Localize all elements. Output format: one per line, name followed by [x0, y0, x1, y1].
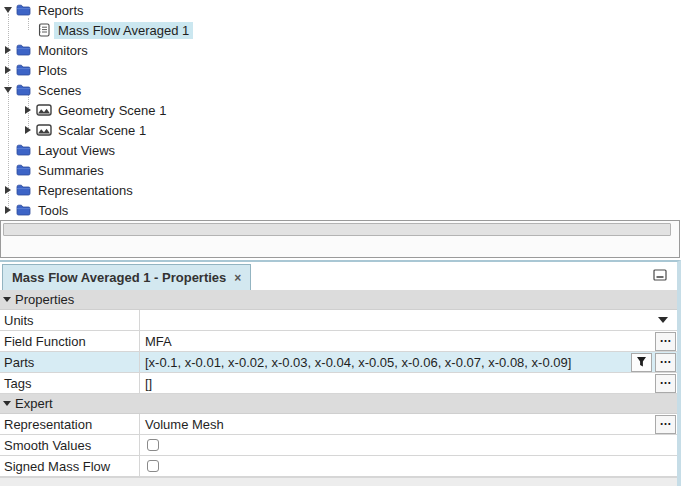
- property-row-representation[interactable]: Representation Volume Mesh …: [0, 414, 677, 435]
- folder-icon: [15, 162, 32, 178]
- expand-toggle-icon[interactable]: [22, 124, 34, 136]
- simulation-tree: Reports Mass Flow Averaged 1 Monitors Pl…: [0, 0, 681, 220]
- smooth-values-value-cell[interactable]: [140, 435, 677, 455]
- collapse-caret-icon: [3, 297, 11, 302]
- property-row-smooth-values[interactable]: Smooth Values: [0, 435, 677, 456]
- property-label: Parts: [0, 352, 140, 372]
- property-value: []: [145, 376, 152, 391]
- folder-icon: [15, 202, 32, 218]
- close-tab-icon[interactable]: ×: [234, 272, 241, 284]
- tree-item-label: Summaries: [34, 162, 108, 179]
- tree-item-geometry-scene-1[interactable]: Geometry Scene 1: [20, 100, 681, 120]
- tree-connector: [2, 164, 14, 176]
- property-label: Field Function: [0, 331, 140, 351]
- tree-item-plots[interactable]: Plots: [0, 60, 681, 80]
- expand-toggle-icon[interactable]: [2, 64, 14, 76]
- report-icon: [35, 22, 52, 38]
- tree-connector: [2, 144, 14, 156]
- tree-item-label: Plots: [34, 62, 71, 79]
- expand-toggle-icon[interactable]: [2, 44, 14, 56]
- tags-value-cell[interactable]: [] …: [140, 373, 677, 393]
- expand-toggle-icon[interactable]: [2, 84, 14, 96]
- signed-mass-flow-checkbox[interactable]: [147, 460, 159, 472]
- tree-connector: [22, 24, 34, 36]
- tree-item-label: Mass Flow Averaged 1: [54, 22, 193, 39]
- expand-toggle-icon[interactable]: [2, 204, 14, 216]
- scene-icon: [35, 102, 52, 118]
- folder-icon: [15, 142, 32, 158]
- section-header-expert[interactable]: Expert: [0, 394, 677, 414]
- property-sheet: Properties Units Field Function MFA … Pa…: [0, 290, 677, 486]
- properties-tab-strip: Mass Flow Averaged 1 - Properties ×: [0, 262, 677, 290]
- tree-item-summaries[interactable]: Summaries: [0, 160, 681, 180]
- property-row-signed-mass-flow[interactable]: Signed Mass Flow: [0, 456, 677, 477]
- tree-item-label: Scalar Scene 1: [54, 122, 150, 139]
- tab-title: Mass Flow Averaged 1 - Properties: [12, 270, 226, 285]
- tags-editor-button[interactable]: …: [655, 374, 676, 393]
- representation-value-cell[interactable]: Volume Mesh …: [140, 414, 677, 434]
- property-label: Signed Mass Flow: [0, 456, 140, 476]
- folder-icon: [15, 82, 32, 98]
- tree-item-scalar-scene-1[interactable]: Scalar Scene 1: [20, 120, 681, 140]
- collapse-caret-icon: [3, 401, 11, 406]
- properties-panel: Mass Flow Averaged 1 - Properties × Prop…: [0, 260, 681, 486]
- folder-icon: [15, 182, 32, 198]
- property-row-parts[interactable]: Parts [x-0.1, x-0.01, x-0.02, x-0.03, x-…: [0, 352, 677, 373]
- property-row-tags[interactable]: Tags [] …: [0, 373, 677, 394]
- folder-icon: [15, 62, 32, 78]
- minimize-window-icon[interactable]: [653, 269, 667, 281]
- folder-icon: [15, 42, 32, 58]
- tree-horizontal-scrollbar[interactable]: [0, 220, 680, 258]
- scene-icon: [35, 122, 52, 138]
- tree-item-tools[interactable]: Tools: [0, 200, 681, 220]
- tree-item-representations[interactable]: Representations: [0, 180, 681, 200]
- field-function-editor-button[interactable]: …: [655, 332, 676, 351]
- property-label: Representation: [0, 414, 140, 434]
- parts-value-cell[interactable]: [x-0.1, x-0.01, x-0.02, x-0.03, x-0.04, …: [140, 352, 677, 372]
- representation-editor-button[interactable]: …: [655, 415, 676, 434]
- property-value: MFA: [145, 334, 172, 349]
- tree-item-mass-flow-averaged-1[interactable]: Mass Flow Averaged 1: [20, 20, 681, 40]
- section-title: Expert: [15, 396, 53, 411]
- expand-toggle-icon[interactable]: [2, 184, 14, 196]
- tree-item-label: Geometry Scene 1: [54, 102, 170, 119]
- tree-item-label: Layout Views: [34, 142, 119, 159]
- property-label: Tags: [0, 373, 140, 393]
- parts-editor-button[interactable]: …: [655, 353, 676, 372]
- sheet-bottom-filler: [0, 477, 677, 486]
- units-value-cell[interactable]: [140, 310, 677, 330]
- property-value: [x-0.1, x-0.01, x-0.02, x-0.03, x-0.04, …: [145, 355, 571, 370]
- tree-item-layout-views[interactable]: Layout Views: [0, 140, 681, 160]
- tree-item-label: Tools: [34, 202, 72, 219]
- property-row-field-function[interactable]: Field Function MFA …: [0, 331, 677, 352]
- tree-item-reports[interactable]: Reports: [0, 0, 681, 20]
- tree-item-monitors[interactable]: Monitors: [0, 40, 681, 60]
- tree-item-scenes[interactable]: Scenes: [0, 80, 681, 100]
- tree-item-label: Representations: [34, 182, 137, 199]
- smooth-values-checkbox[interactable]: [147, 439, 159, 451]
- signed-mass-flow-value-cell[interactable]: [140, 456, 677, 476]
- tree-item-label: Reports: [34, 2, 88, 19]
- folder-icon: [15, 2, 32, 18]
- expand-toggle-icon[interactable]: [22, 104, 34, 116]
- tree-item-label: Scenes: [34, 82, 85, 99]
- tree-item-label: Monitors: [34, 42, 92, 59]
- units-dropdown-arrow-icon[interactable]: [658, 317, 668, 323]
- property-row-units[interactable]: Units: [0, 310, 677, 331]
- scrollbar-thumb[interactable]: [3, 223, 671, 236]
- section-header-properties[interactable]: Properties: [0, 290, 677, 310]
- tab-mass-flow-averaged-1-properties[interactable]: Mass Flow Averaged 1 - Properties ×: [2, 264, 251, 290]
- expand-toggle-icon[interactable]: [2, 4, 14, 16]
- parts-filter-button[interactable]: [631, 353, 652, 372]
- property-label: Smooth Values: [0, 435, 140, 455]
- field-function-value-cell[interactable]: MFA …: [140, 331, 677, 351]
- property-label: Units: [0, 310, 140, 330]
- section-title: Properties: [15, 292, 74, 307]
- property-value: Volume Mesh: [145, 417, 224, 432]
